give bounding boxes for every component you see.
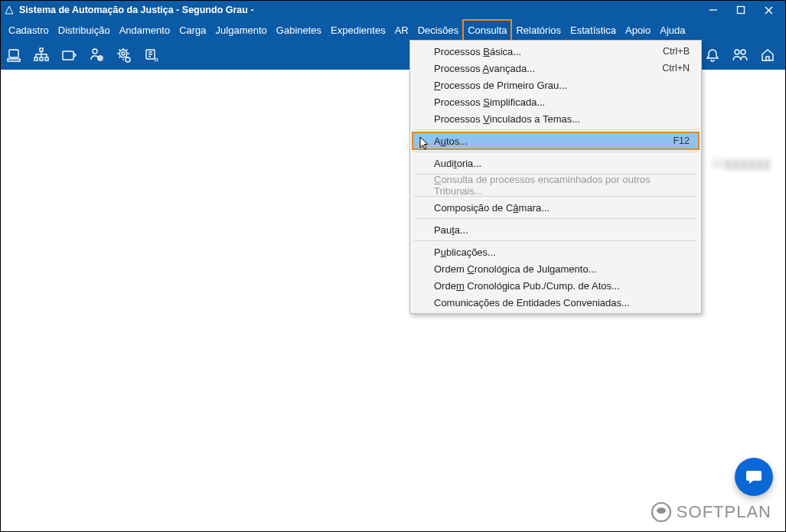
toolbar-icon-6[interactable]: R bbox=[143, 47, 160, 64]
svg-point-17 bbox=[735, 50, 739, 54]
toolbar-icon-2[interactable] bbox=[33, 47, 50, 64]
toolbar-icon-3[interactable] bbox=[60, 47, 77, 64]
home-icon[interactable] bbox=[759, 47, 776, 64]
svg-point-10 bbox=[93, 49, 97, 54]
svg-rect-7 bbox=[40, 57, 43, 60]
menu-gabinetes[interactable]: Gabinetes bbox=[272, 20, 326, 41]
app-icon bbox=[4, 5, 15, 15]
svg-point-13 bbox=[122, 52, 125, 55]
menu-item[interactable]: Processos Vinculados a Temas... bbox=[413, 110, 699, 127]
svg-point-14 bbox=[126, 57, 130, 62]
toolbar-icon-5[interactable] bbox=[116, 47, 132, 64]
menu-separator bbox=[414, 152, 697, 152]
menu-ajuda[interactable]: Ajuda bbox=[655, 20, 690, 41]
close-button[interactable] bbox=[755, 1, 782, 19]
menu-apoio[interactable]: Apoio bbox=[621, 20, 655, 41]
title-bar[interactable]: Sistema de Automação da Justiça - Segund… bbox=[1, 1, 785, 19]
menu-item[interactable]: Ordem Cronológica Pub./Cump. de Atos... bbox=[413, 277, 699, 294]
menu-separator bbox=[414, 218, 697, 219]
svg-point-20 bbox=[657, 508, 666, 514]
consulta-dropdown: Processos Básica...Ctrl+BProcessos Avanç… bbox=[409, 40, 702, 314]
toolbar-icon-1[interactable] bbox=[5, 47, 22, 64]
brand-logo: SOFTPLAN bbox=[651, 501, 771, 524]
svg-point-18 bbox=[741, 50, 745, 54]
menu-ar[interactable]: AR bbox=[390, 20, 413, 41]
svg-rect-4 bbox=[9, 50, 18, 57]
menu-bar: CadastroDistribuiçãoAndamentoCargaJulgam… bbox=[1, 19, 785, 41]
chat-fab[interactable] bbox=[735, 458, 773, 496]
menu-item[interactable]: Ordem Cronológica de Julgamento... bbox=[413, 260, 699, 277]
window-title: Sistema de Automação da Justiça - Segund… bbox=[19, 5, 700, 15]
menu-item: Consulta de processos encaminhados por o… bbox=[413, 177, 699, 194]
menu-decisões[interactable]: Decisões bbox=[413, 20, 463, 41]
window-controls bbox=[700, 1, 782, 19]
svg-rect-8 bbox=[45, 57, 48, 60]
menu-carga[interactable]: Carga bbox=[174, 20, 210, 41]
menu-cadastro[interactable]: Cadastro bbox=[4, 20, 54, 41]
maximize-button[interactable] bbox=[727, 1, 755, 19]
svg-rect-1 bbox=[738, 7, 745, 14]
svg-rect-5 bbox=[40, 48, 43, 51]
toolbar-icon-4[interactable] bbox=[88, 47, 105, 64]
menu-consulta[interactable]: Consulta bbox=[463, 20, 511, 41]
menu-item[interactable]: Composição de Câmara... bbox=[413, 199, 699, 216]
menu-separator bbox=[414, 240, 697, 241]
menu-item[interactable]: Auditoria... bbox=[413, 155, 699, 171]
menu-item[interactable]: Processos Avançada...Ctrl+N bbox=[413, 60, 699, 77]
brand-text: SOFTPLAN bbox=[677, 502, 771, 522]
menu-item[interactable]: Processos Simplificada... bbox=[413, 93, 699, 110]
menu-relatórios[interactable]: Relatórios bbox=[511, 20, 566, 41]
svg-rect-6 bbox=[34, 57, 38, 60]
app-window: Sistema de Automação da Justiça - Segund… bbox=[0, 0, 786, 532]
svg-rect-9 bbox=[63, 51, 73, 60]
menu-item[interactable]: Comunicações de Entidades Conveniadas... bbox=[413, 294, 699, 311]
menu-estatística[interactable]: Estatística bbox=[566, 20, 621, 41]
svg-point-12 bbox=[119, 50, 127, 57]
menu-andamento[interactable]: Andamento bbox=[115, 20, 175, 41]
menu-item[interactable]: Publicações... bbox=[413, 243, 699, 260]
users-icon[interactable] bbox=[732, 47, 748, 64]
menu-item[interactable]: Processos de Primeiro Grau... bbox=[413, 77, 699, 93]
menu-distribuição[interactable]: Distribuição bbox=[54, 20, 115, 41]
menu-expedientes[interactable]: Expedientes bbox=[326, 20, 390, 41]
svg-text:R: R bbox=[155, 57, 158, 63]
minimize-button[interactable] bbox=[700, 1, 727, 19]
obscured-text: W▮▮▮▮▮▮ bbox=[712, 155, 771, 172]
menu-item[interactable]: Autos...F12 bbox=[413, 132, 699, 149]
menu-separator bbox=[414, 129, 697, 130]
menu-item[interactable]: Processos Básica...Ctrl+B bbox=[413, 43, 699, 60]
notifications-icon[interactable] bbox=[704, 47, 721, 64]
menu-item[interactable]: Pauta... bbox=[413, 221, 699, 238]
menu-julgamento[interactable]: Julgamento bbox=[211, 20, 272, 41]
